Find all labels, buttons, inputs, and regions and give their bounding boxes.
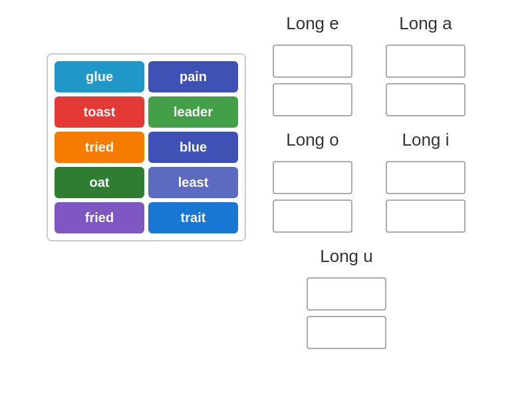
drop-box-long-a-1[interactable]	[386, 45, 466, 78]
drop-box-long-a-2[interactable]	[386, 83, 466, 116]
drop-box-long-i-1[interactable]	[386, 161, 466, 194]
drop-box-long-u-1[interactable]	[307, 277, 386, 311]
word-tile-glue[interactable]: glue	[55, 61, 144, 92]
category-long-e-label: Long e	[286, 13, 339, 34]
category-long-a: Long a	[386, 13, 466, 116]
word-tile-oat[interactable]: oat	[55, 167, 144, 198]
category-long-u-label: Long u	[320, 246, 373, 267]
category-long-e: Long e	[273, 13, 352, 116]
categories-container: Long e Long a Long o Long i	[273, 13, 519, 349]
word-tile-least[interactable]: least	[148, 167, 238, 198]
category-long-o: Long o	[273, 130, 352, 233]
word-tile-tried[interactable]: tried	[55, 132, 144, 163]
word-grid: glue pain toast leader tried blue oat le…	[47, 53, 246, 241]
drop-box-long-u-2[interactable]	[307, 316, 386, 349]
category-long-o-label: Long o	[286, 130, 339, 150]
drop-box-long-o-1[interactable]	[273, 161, 352, 194]
word-tile-leader[interactable]: leader	[148, 96, 238, 128]
category-long-i-label: Long i	[402, 130, 450, 150]
drop-box-long-i-2[interactable]	[386, 200, 466, 233]
drop-box-long-o-2[interactable]	[273, 200, 352, 233]
category-long-u: Long u	[273, 246, 420, 349]
word-tile-trait[interactable]: trait	[148, 202, 238, 233]
word-tile-fried[interactable]: fried	[55, 202, 144, 233]
word-tile-pain[interactable]: pain	[148, 61, 238, 92]
category-long-i: Long i	[386, 130, 466, 233]
word-tile-blue[interactable]: blue	[148, 132, 238, 163]
drop-box-long-e-2[interactable]	[273, 83, 352, 116]
word-tile-toast[interactable]: toast	[55, 96, 144, 128]
drop-box-long-e-1[interactable]	[273, 45, 352, 78]
category-long-a-label: Long a	[399, 13, 452, 34]
